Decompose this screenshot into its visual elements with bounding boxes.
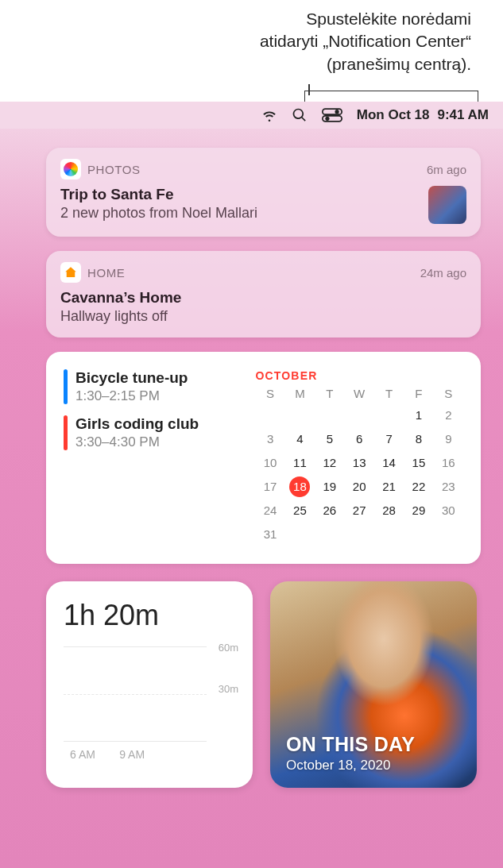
calendar-day[interactable]: 8 bbox=[404, 427, 433, 451]
calendar-day[interactable]: 6 bbox=[345, 427, 374, 451]
calendar-dow: S bbox=[434, 387, 463, 400]
calendar-day[interactable]: 9 bbox=[434, 427, 463, 451]
event-color-bar bbox=[64, 415, 68, 450]
calendar-day[interactable]: 19 bbox=[315, 475, 344, 499]
calendar-day[interactable]: 7 bbox=[374, 427, 404, 451]
calendar-dow: F bbox=[404, 387, 433, 400]
calendar-day bbox=[345, 403, 374, 427]
calendar-day[interactable]: 30 bbox=[434, 499, 463, 523]
calendar-day bbox=[345, 523, 374, 546]
calendar-day[interactable]: 3 bbox=[255, 427, 284, 451]
calendar-day[interactable]: 27 bbox=[345, 499, 374, 523]
notification-photos[interactable]: PHOTOS 6m ago Trip to Santa Fe 2 new pho… bbox=[46, 148, 481, 237]
memories-title: ON THIS DAY bbox=[286, 733, 415, 756]
photos-app-icon bbox=[60, 159, 81, 179]
screen-time-total: 1h 20m bbox=[64, 599, 238, 632]
calendar-dow: M bbox=[285, 387, 315, 400]
calendar-day[interactable]: 13 bbox=[345, 451, 374, 475]
notification-time: 6m ago bbox=[427, 163, 466, 176]
callout-line-2: atidaryti „Notification Center“ bbox=[64, 30, 471, 52]
calendar-day bbox=[374, 523, 404, 546]
calendar-day bbox=[374, 403, 404, 427]
notification-subtitle: Hallway lights off bbox=[60, 308, 466, 325]
calendar-month-label: OCTOBER bbox=[255, 369, 463, 382]
chart-bars bbox=[70, 658, 203, 742]
calendar-dow: T bbox=[315, 387, 344, 400]
calendar-day[interactable]: 21 bbox=[374, 475, 404, 499]
calendar-dow: W bbox=[345, 387, 374, 400]
calendar-events-list: Bicycle tune-up1:30–2:15 PMGirls coding … bbox=[64, 369, 247, 546]
calendar-day[interactable]: 16 bbox=[434, 451, 463, 475]
calendar-day[interactable]: 15 bbox=[404, 451, 433, 475]
calendar-day[interactable]: 2 bbox=[434, 403, 463, 427]
spotlight-search-icon[interactable] bbox=[292, 107, 308, 123]
callout-line-1: Spustelėkite norėdami bbox=[64, 8, 471, 30]
calendar-day[interactable]: 31 bbox=[255, 523, 284, 546]
calendar-day[interactable]: 29 bbox=[404, 499, 433, 523]
calendar-day bbox=[315, 523, 344, 546]
help-callout-text: Spustelėkite norėdami atidaryti „Notific… bbox=[64, 8, 471, 75]
calendar-day[interactable]: 18 bbox=[289, 476, 310, 497]
calendar-event[interactable]: Girls coding club3:30–4:30 PM bbox=[64, 415, 247, 450]
menubar-clock[interactable]: Mon Oct 18 9:41 AM bbox=[357, 107, 489, 123]
calendar-day bbox=[315, 403, 344, 427]
calendar-day[interactable]: 20 bbox=[345, 475, 374, 499]
calendar-day[interactable]: 25 bbox=[285, 499, 315, 523]
chart-xlabel: 6 AM bbox=[70, 748, 95, 761]
calendar-dow: T bbox=[374, 387, 404, 400]
calendar-day bbox=[285, 403, 315, 427]
notification-center: PHOTOS 6m ago Trip to Santa Fe 2 new pho… bbox=[0, 129, 503, 564]
calendar-day[interactable]: 24 bbox=[255, 499, 284, 523]
event-color-bar bbox=[64, 369, 68, 404]
calendar-day[interactable]: 26 bbox=[315, 499, 344, 523]
calendar-day[interactable]: 23 bbox=[434, 475, 463, 499]
chart-ylabel-mid: 30m bbox=[219, 683, 238, 695]
event-time: 3:30–4:30 PM bbox=[75, 434, 199, 450]
calendar-weeks: 1234567891011121314151617181920212223242… bbox=[255, 403, 463, 546]
calendar-day[interactable]: 10 bbox=[255, 451, 284, 475]
calendar-dow: S bbox=[255, 387, 284, 400]
screen-time-widget[interactable]: 1h 20m 60m 30m 6 AM 9 AM bbox=[46, 581, 253, 788]
desktop: Mon Oct 18 9:41 AM PHOTOS 6m ago Trip to… bbox=[0, 102, 503, 868]
event-title: Bicycle tune-up bbox=[75, 369, 188, 387]
calendar-day[interactable]: 5 bbox=[315, 427, 344, 451]
calendar-day[interactable]: 14 bbox=[374, 451, 404, 475]
event-time: 1:30–2:15 PM bbox=[75, 388, 188, 404]
wifi-icon[interactable] bbox=[261, 107, 277, 123]
calendar-day bbox=[285, 523, 315, 546]
control-center-icon[interactable] bbox=[322, 108, 342, 122]
svg-point-1 bbox=[335, 110, 339, 114]
menubar-time: 9:41 AM bbox=[437, 107, 489, 123]
calendar-dow-row: SMTWTFS bbox=[255, 387, 463, 400]
widgets-row: 1h 20m 60m 30m 6 AM 9 AM ON THIS DAY O bbox=[0, 581, 503, 788]
callout-line-3: (pranešimų centrą). bbox=[64, 53, 471, 75]
calendar-day[interactable]: 11 bbox=[285, 451, 315, 475]
screen-time-chart: 60m 30m 6 AM 9 AM bbox=[64, 646, 238, 766]
calendar-day[interactable]: 1 bbox=[404, 403, 433, 427]
calendar-day[interactable]: 4 bbox=[285, 427, 315, 451]
notification-title: Cavanna’s Home bbox=[60, 289, 466, 307]
notification-subtitle: 2 new photos from Noel Mallari bbox=[60, 205, 257, 222]
notification-app-name: PHOTOS bbox=[87, 163, 420, 176]
notification-app-name: HOME bbox=[87, 266, 414, 280]
notification-thumbnail bbox=[428, 186, 466, 224]
notification-time: 24m ago bbox=[420, 266, 466, 280]
calendar-day[interactable]: 28 bbox=[374, 499, 404, 523]
callout-bracket bbox=[304, 91, 478, 98]
calendar-day[interactable]: 12 bbox=[315, 451, 344, 475]
photos-memories-widget[interactable]: ON THIS DAY October 18, 2020 bbox=[270, 581, 477, 788]
chart-ylabel-top: 60m bbox=[219, 642, 238, 654]
calendar-event[interactable]: Bicycle tune-up1:30–2:15 PM bbox=[64, 369, 247, 404]
chart-xlabel: 9 AM bbox=[119, 748, 145, 761]
calendar-day[interactable]: 22 bbox=[404, 475, 433, 499]
memories-date: October 18, 2020 bbox=[286, 758, 415, 773]
home-app-icon bbox=[60, 262, 81, 283]
calendar-day[interactable]: 17 bbox=[255, 475, 284, 499]
calendar-widget[interactable]: Bicycle tune-up1:30–2:15 PMGirls coding … bbox=[46, 352, 481, 564]
event-title: Girls coding club bbox=[75, 415, 199, 433]
calendar-day bbox=[434, 523, 463, 546]
menu-bar: Mon Oct 18 9:41 AM bbox=[0, 102, 503, 129]
calendar-day bbox=[255, 403, 284, 427]
notification-home[interactable]: HOME 24m ago Cavanna’s Home Hallway ligh… bbox=[46, 251, 481, 338]
notification-title: Trip to Santa Fe bbox=[60, 186, 257, 203]
